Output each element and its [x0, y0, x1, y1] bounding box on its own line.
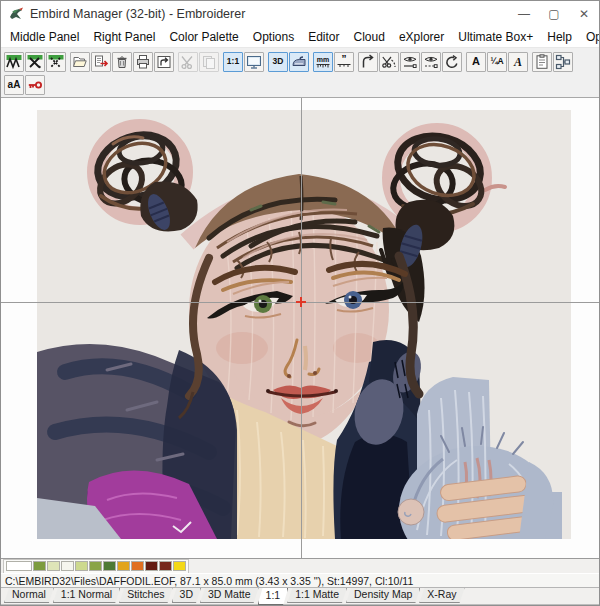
export-window-icon: [156, 54, 172, 70]
printer-icon: [135, 54, 151, 70]
delete-button[interactable]: [112, 52, 132, 72]
stitch-zigzag-icon: [6, 54, 22, 70]
clipboard-page-icon: [534, 54, 550, 70]
font-size-aA-icon: aA: [8, 80, 21, 90]
menu-item[interactable]: Ultimate Box+: [451, 28, 540, 46]
view-tab[interactable]: 3D Matte: [200, 588, 259, 603]
trim-scissors-icon: [381, 54, 397, 70]
svg-text:mm: mm: [317, 55, 329, 62]
open-file-button[interactable]: [70, 52, 90, 72]
embroidery-design-daffodil: [37, 110, 571, 539]
toolbar-group-misc: [532, 52, 573, 72]
thread-color-swatches: [3, 559, 189, 574]
menu-item[interactable]: Help: [540, 28, 579, 46]
menu-item[interactable]: Editor: [301, 28, 346, 46]
sew-simulator-x-icon: [27, 54, 43, 70]
toolbar-row-2: aA: [4, 73, 599, 96]
toolbar-group-display: [4, 52, 66, 72]
units-mm-button[interactable]: mm: [313, 52, 333, 72]
scissors-cut-icon: [180, 54, 196, 70]
font-size-button[interactable]: aA: [4, 75, 24, 95]
maximize-button[interactable]: ▢: [539, 1, 569, 26]
close-button[interactable]: ✕: [569, 1, 599, 26]
color-swatch[interactable]: [131, 561, 144, 571]
password-key-button[interactable]: [25, 75, 45, 95]
menu-item[interactable]: Middle Panel: [3, 28, 86, 46]
menu-item[interactable]: Options: [246, 28, 301, 46]
color-swatch[interactable]: [173, 561, 186, 571]
view-tab[interactable]: 3D: [172, 588, 201, 603]
color-swatch[interactable]: [89, 561, 102, 571]
sew-simulator-x-dots-icon: [48, 54, 64, 70]
view-tab[interactable]: 1:1 Matte: [287, 588, 347, 603]
toolbar-group-lettering: A ¼A A: [466, 52, 528, 72]
menu-item[interactable]: Cloud: [347, 28, 392, 46]
stitch-display-button[interactable]: [4, 52, 24, 72]
letters-small-button[interactable]: ¼A: [487, 52, 507, 72]
color-swatch[interactable]: [33, 561, 46, 571]
trim-button[interactable]: [379, 52, 399, 72]
toolbar-group-units: mm ”: [313, 52, 354, 72]
matte-view-button[interactable]: [289, 52, 309, 72]
redraw-arrow-icon: [360, 54, 376, 70]
svg-text:”: ”: [342, 54, 347, 65]
color-swatch[interactable]: [61, 561, 74, 571]
open-folder-icon: [72, 54, 88, 70]
menu-item[interactable]: Optional Plug-ins: [579, 28, 600, 46]
design-area[interactable]: [37, 110, 571, 539]
units-inch-button[interactable]: ”: [334, 52, 354, 72]
refresh-button[interactable]: [442, 52, 462, 72]
title-bar: Embird Manager (32-bit) - Embroiderer — …: [1, 1, 599, 26]
sew-simulator-alt-button[interactable]: [46, 52, 66, 72]
app-window: Embird Manager (32-bit) - Embroiderer — …: [0, 0, 600, 606]
copy-button[interactable]: [199, 52, 219, 72]
color-swatch[interactable]: [103, 561, 116, 571]
view-tab[interactable]: 1:1: [258, 588, 289, 605]
view-tab[interactable]: Normal: [4, 588, 54, 603]
color-swatch[interactable]: [145, 561, 158, 571]
color-swatch[interactable]: [159, 561, 172, 571]
import-file-button[interactable]: [91, 52, 111, 72]
minimize-button[interactable]: —: [509, 1, 539, 26]
color-palette-bar: [1, 558, 599, 573]
export-window-button[interactable]: [154, 52, 174, 72]
redraw-button[interactable]: [358, 52, 378, 72]
color-swatch[interactable]: [75, 561, 88, 571]
menu-item[interactable]: Right Panel: [86, 28, 162, 46]
sew-simulator-button[interactable]: [25, 52, 45, 72]
window-title: Embird Manager (32-bit) - Embroiderer: [30, 7, 245, 21]
clipboard-button[interactable]: [532, 52, 552, 72]
app-icon: [8, 6, 24, 22]
toolbar-group-zoom: 1:1: [223, 52, 264, 72]
show-connections-button[interactable]: [400, 52, 420, 72]
zoom-1to1-icon: 1:1: [227, 57, 239, 66]
view-tab[interactable]: Stitches: [119, 588, 172, 603]
eye-connection-solid-icon: [402, 54, 418, 70]
view-tab[interactable]: 1:1 Normal: [53, 588, 120, 603]
color-swatch[interactable]: [117, 561, 130, 571]
letters-button[interactable]: A: [466, 52, 486, 72]
print-button[interactable]: [133, 52, 153, 72]
menu-bar: Middle PanelRight PanelColor PaletteOpti…: [1, 26, 599, 48]
cut-button[interactable]: [178, 52, 198, 72]
toolbar-group-clipboard: [178, 52, 219, 72]
view-tab[interactable]: X-Ray: [419, 588, 464, 603]
menu-item[interactable]: Color Palette: [162, 28, 245, 46]
red-key-icon: [27, 77, 43, 93]
color-swatch[interactable]: [47, 561, 60, 571]
ruler-inch-icon: ”: [336, 54, 352, 70]
organize-button[interactable]: [553, 52, 573, 72]
view-tab[interactable]: Density Map: [346, 588, 420, 603]
hide-connections-button[interactable]: [421, 52, 441, 72]
color-swatch[interactable]: [6, 561, 32, 571]
tree-structure-icon: [555, 54, 571, 70]
view-tab-bar: Normal1:1 NormalStitches3D3D Matte1:11:1…: [1, 588, 599, 604]
view-3d-button[interactable]: 3D: [268, 52, 288, 72]
menu-item[interactable]: eXplorer: [392, 28, 451, 46]
zoom-1to1-button[interactable]: 1:1: [223, 52, 243, 72]
window-controls: — ▢ ✕: [509, 1, 599, 26]
letters-script-button[interactable]: A: [508, 52, 528, 72]
copy-pages-icon: [201, 54, 217, 70]
workspace[interactable]: [1, 98, 599, 558]
fit-screen-button[interactable]: [244, 52, 264, 72]
